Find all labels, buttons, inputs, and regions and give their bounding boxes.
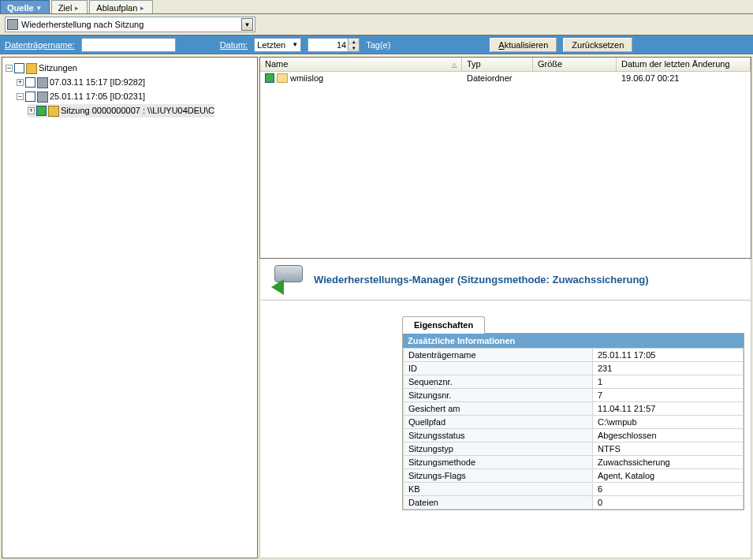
property-row: QuellpfadC:\wmpub (404, 416, 744, 429)
days-suffix: Tag(e) (366, 40, 390, 50)
spinner-down-icon[interactable]: ▼ (348, 45, 359, 51)
dropdown-toggle-icon[interactable]: ▼ (241, 18, 253, 31)
restore-mode-row: Wiederherstellung nach Sitzung ▼ (0, 14, 753, 35)
property-row: KB6 (404, 483, 744, 496)
properties-box: Zusätzliche Informationen Datenträgernam… (402, 333, 744, 510)
session-tree[interactable]: − Sitzungen + 07.03.11 15:17 [ID:9282] (2, 57, 258, 558)
property-key: KB (404, 483, 593, 496)
restore-mode-label: Wiederherstellung nach Sitzung (21, 20, 144, 29)
property-row: SitzungstypNTFS (404, 442, 744, 456)
file-date: 19.06.07 00:21 (617, 73, 751, 84)
datum-label: Datum: (220, 40, 248, 50)
tree-node-selected[interactable]: + Sitzung 0000000007 : \\LIUYU04DEU\C (28, 104, 214, 118)
tab-ziel[interactable]: Ziel ▸ (51, 0, 88, 13)
properties-section-header: Zusätzliche Informationen (403, 334, 744, 348)
col-size[interactable]: Größe (533, 58, 617, 71)
property-value: 0 (593, 496, 744, 510)
tape-icon (37, 91, 48, 103)
days-spinner[interactable]: ▲ ▼ (308, 38, 360, 52)
checkbox-checked[interactable] (265, 73, 274, 83)
col-name[interactable]: Name △ (260, 58, 462, 71)
property-row: SitzungsmethodeZuwachssicherung (404, 456, 744, 469)
tab-label: Ziel (58, 3, 73, 13)
tree-root[interactable]: − Sitzungen (6, 62, 77, 75)
list-row[interactable]: wmiislogDateiordner19.06.07 00:21 (260, 72, 751, 84)
col-date[interactable]: Datum der letzten Änderung (617, 58, 751, 71)
property-value: Agent, Katalog (593, 469, 744, 483)
tab-ablaufplan[interactable]: Ablaufplan ▸ (89, 0, 153, 13)
tree-label: Sitzung 0000000007 : \\LIUYU04DEU\C (61, 104, 214, 118)
restore-mode-dropdown[interactable]: Wiederherstellung nach Sitzung ▼ (5, 17, 255, 32)
property-row: Gesichert am11.04.11 21:57 (404, 402, 744, 416)
properties-table: Datenträgername25.01.11 17:05ID231Sequen… (403, 348, 744, 510)
tree-label: 25.01.11 17:05 [ID:0231] (50, 90, 145, 103)
tree-node[interactable]: − 25.01.11 17:05 [ID:0231] (17, 90, 145, 103)
checkbox[interactable] (14, 63, 24, 73)
tree-node[interactable]: + 07.03.11 15:17 [ID:9282] (17, 76, 145, 89)
tape-icon (37, 77, 48, 88)
property-key: Sitzungs-Flags (404, 469, 593, 483)
collapse-icon[interactable]: − (17, 93, 24, 100)
property-row: Sitzungsnr.7 (404, 389, 744, 402)
col-type[interactable]: Typ (462, 58, 533, 71)
medianame-label: Datenträgername: (5, 40, 75, 50)
property-key: Sitzungsmethode (404, 456, 593, 469)
days-input[interactable] (308, 39, 348, 51)
file-list-header: Name △ Typ Größe Datum der letzten Änder… (260, 58, 751, 72)
file-name: wmiislog (290, 73, 323, 83)
property-value: 6 (593, 483, 744, 496)
datum-select[interactable]: Letzten ▼ (254, 38, 301, 52)
checkbox-checked[interactable] (36, 106, 47, 116)
property-key: Sequenznr. (404, 375, 593, 389)
file-size (533, 73, 617, 84)
property-key: Dateien (404, 496, 593, 510)
file-type: Dateiordner (462, 73, 533, 84)
property-row: Sitzungs-FlagsAgent, Katalog (404, 469, 744, 483)
tab-eigenschaften[interactable]: Eigenschaften (402, 316, 485, 334)
property-value: 1 (593, 375, 744, 389)
tab-label: Quelle (7, 3, 34, 13)
reset-button[interactable]: Zurücksetzen (563, 38, 632, 52)
property-key: Sitzungsnr. (404, 389, 593, 402)
property-row: ID231 (404, 362, 744, 375)
property-value: C:\wmpub (593, 416, 744, 429)
property-value: 231 (593, 362, 744, 375)
file-list: Name △ Typ Größe Datum der letzten Änder… (259, 57, 751, 259)
property-row: Sequenznr.1 (404, 375, 744, 389)
property-key: Datenträgername (404, 349, 593, 362)
properties-area: Eigenschaften Zusätzliche Informationen … (259, 301, 751, 558)
spinner-up-icon[interactable]: ▲ (348, 39, 359, 45)
property-key: Gesichert am (404, 402, 593, 416)
property-value: 7 (593, 389, 744, 402)
restore-manager-icon (271, 265, 306, 293)
datum-value: Letzten (257, 40, 285, 50)
sessions-icon (26, 63, 37, 74)
chevron-right-icon: ▸ (140, 4, 144, 12)
expand-icon[interactable]: + (17, 79, 24, 86)
property-key: Sitzungstyp (404, 442, 593, 456)
expand-icon[interactable]: + (28, 107, 35, 114)
tree-label: 07.03.11 15:17 [ID:9282] (50, 76, 145, 89)
tape-icon (7, 19, 18, 30)
property-row: SitzungsstatusAbgeschlossen (404, 429, 744, 442)
sort-asc-icon: △ (452, 62, 457, 69)
medianame-input[interactable] (81, 38, 176, 52)
update-button[interactable]: Aktualisieren (490, 38, 557, 52)
tree-label: Sitzungen (39, 62, 77, 75)
property-value: Abgeschlossen (593, 429, 744, 442)
property-row: Dateien0 (404, 496, 744, 510)
session-icon (48, 106, 59, 117)
property-value: 11.04.11 21:57 (593, 402, 744, 416)
collapse-icon[interactable]: − (6, 65, 13, 72)
filter-bar: Datenträgername: Datum: Letzten ▼ ▲ ▼ Ta… (0, 35, 753, 54)
chevron-down-icon: ▾ (37, 4, 41, 12)
property-row: Datenträgername25.01.11 17:05 (404, 349, 744, 362)
tab-quelle[interactable]: Quelle ▾ (0, 0, 50, 13)
checkbox[interactable] (25, 91, 35, 102)
chevron-down-icon: ▼ (292, 41, 298, 48)
manager-title: Wiederherstellungs-Manager (Sitzungsmeth… (314, 274, 649, 286)
property-key: ID (404, 362, 593, 375)
property-key: Sitzungsstatus (404, 429, 593, 442)
checkbox[interactable] (25, 77, 35, 88)
tab-label: Ablaufplan (96, 3, 137, 13)
